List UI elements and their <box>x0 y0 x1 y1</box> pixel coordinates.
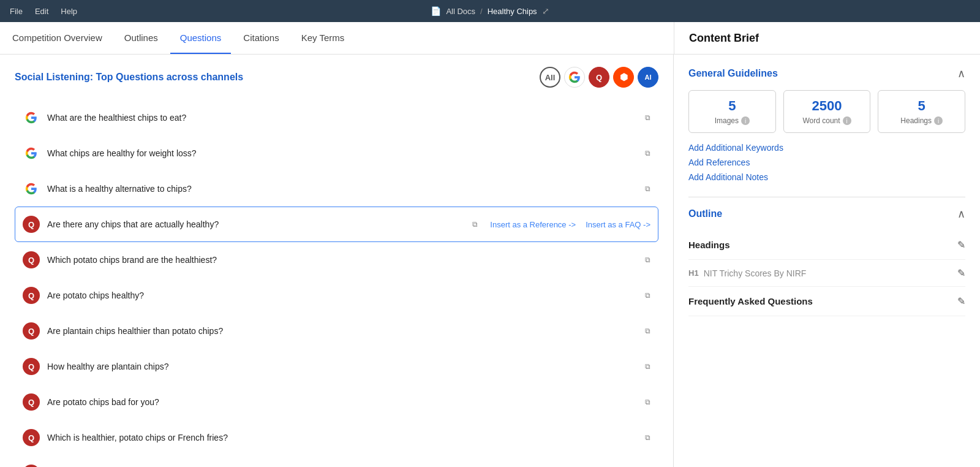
guidelines-links: Add Additional Keywords Add References A… <box>688 143 965 182</box>
filter-ai[interactable]: AI <box>638 67 658 88</box>
edit-h1-icon[interactable]: ✎ <box>957 267 965 279</box>
breadcrumb-separator: / <box>480 7 483 16</box>
tab-competition-overview[interactable]: Competition Overview <box>12 22 112 54</box>
guidelines-section: General Guidelines ∧ 5 Images i 2500 Wor… <box>688 67 965 182</box>
google-icon <box>23 145 40 162</box>
all-docs-link[interactable]: All Docs <box>446 7 475 16</box>
h1-tag: H1 <box>688 268 699 278</box>
quora-icon: Q <box>23 322 40 340</box>
question-item[interactable]: Q Are potato chips healthy? ⧉ <box>15 278 658 313</box>
question-item[interactable]: Q Which potato chips brand are the healt… <box>15 242 658 278</box>
section-header: Social Listening: Top Questions across c… <box>15 67 658 88</box>
collapse-guidelines-btn[interactable]: ∧ <box>957 67 965 80</box>
edit-headings-icon[interactable]: ✎ <box>957 239 965 251</box>
outline-headings-item: Headings ✎ <box>688 230 965 260</box>
question-item[interactable]: Q Are potato chips bad for you? ⧉ <box>15 384 658 420</box>
wordcount-info-icon[interactable]: i <box>843 116 851 125</box>
headings-value: 5 <box>918 98 925 114</box>
external-link-icon[interactable]: ⧉ <box>645 149 650 158</box>
edit-menu[interactable]: Edit <box>35 7 48 16</box>
add-additional-keywords-link[interactable]: Add Additional Keywords <box>688 143 965 153</box>
add-additional-notes-link[interactable]: Add Additional Notes <box>688 172 965 182</box>
tab-outlines[interactable]: Outlines <box>115 22 168 54</box>
question-item-selected[interactable]: Q Are there any chips that are actually … <box>15 207 658 242</box>
outline-section: Outline ∧ Headings ✎ H1 NIT Trichy Score… <box>688 197 965 316</box>
tab-key-terms[interactable]: Key Terms <box>292 22 355 54</box>
filter-reddit[interactable]: ⬢ <box>613 67 634 88</box>
filter-google[interactable] <box>564 67 585 88</box>
file-menu[interactable]: File <box>10 7 23 16</box>
insert-as-reference-link[interactable]: Insert as a Reference -> <box>490 220 576 229</box>
external-link-icon[interactable]: ⧉ <box>645 433 650 442</box>
images-metric: 5 Images i <box>688 90 776 133</box>
metrics-row: 5 Images i 2500 Word count i 5 <box>688 90 965 133</box>
guidelines-title: General Guidelines <box>688 68 778 79</box>
guidelines-header: General Guidelines ∧ <box>688 67 965 80</box>
question-item[interactable]: What chips are healthy for weight loss? … <box>15 135 658 171</box>
help-menu[interactable]: Help <box>61 7 77 16</box>
collapse-outline-btn[interactable]: ∧ <box>957 207 965 221</box>
quora-icon: Q <box>23 358 40 375</box>
images-label: Images i <box>715 116 750 125</box>
google-icon <box>23 180 40 197</box>
question-text: What are the healthiest chips to eat? <box>47 113 641 123</box>
images-value: 5 <box>728 98 736 114</box>
main-layout: Social Listening: Top Questions across c… <box>0 55 980 467</box>
content-brief-title: Content Brief <box>689 32 759 45</box>
question-text: Are potato chips healthy? <box>47 290 641 300</box>
outline-h1-item: H1 NIT Trichy Scores By NIRF ✎ <box>688 260 965 287</box>
quora-icon: Q <box>23 216 40 233</box>
external-link-icon[interactable]: ⧉ <box>645 327 650 335</box>
wordcount-metric: 2500 Word count i <box>783 90 871 133</box>
question-text: Are there any chips that are actually he… <box>47 219 469 229</box>
question-text: Which potato chips brand are the healthi… <box>47 255 641 265</box>
external-link-icon[interactable]: ⧉ <box>645 113 650 122</box>
question-item[interactable]: What are the healthiest chips to eat? ⧉ <box>15 100 658 135</box>
quora-icon: Q <box>23 251 40 268</box>
question-list: What are the healthiest chips to eat? ⧉ … <box>15 100 658 467</box>
quora-icon: Q <box>23 429 40 446</box>
external-link-icon[interactable]: ⧉ <box>472 220 478 229</box>
external-link-icon[interactable]: ⧉ <box>645 291 650 300</box>
question-text: Are plantain chips healthier than potato… <box>47 326 641 336</box>
external-link-icon[interactable]: ⧉ <box>645 256 650 264</box>
external-link-icon[interactable]: ⧉ <box>645 398 650 406</box>
wordcount-value: 2500 <box>812 98 842 114</box>
doc-icon: 📄 <box>431 6 441 16</box>
question-item[interactable]: What is a healthy alternative to chips? … <box>15 171 658 207</box>
menubar: File Edit Help 📄 All Docs / Healthy Chip… <box>0 0 980 22</box>
menubar-center: 📄 All Docs / Healthy Chips ⤢ <box>431 6 549 16</box>
doc-name: Healthy Chips <box>488 7 537 16</box>
wordcount-label: Word count i <box>802 116 851 125</box>
question-text: What is a healthy alternative to chips? <box>47 184 641 194</box>
outline-title: Outline <box>688 208 722 219</box>
add-references-link[interactable]: Add References <box>688 158 965 167</box>
question-text: How healthy are plantain chips? <box>47 362 641 371</box>
external-link-icon[interactable]: ⧉ <box>645 184 650 193</box>
tab-citations[interactable]: Citations <box>233 22 288 54</box>
nav-tabs: Competition Overview Outlines Questions … <box>0 22 674 54</box>
h1-text: NIT Trichy Scores By NIRF <box>704 268 952 278</box>
question-item[interactable]: Q What makes potato chips unhealthy? ⧉ <box>15 455 658 467</box>
headings-label: Headings i <box>900 116 943 125</box>
question-item[interactable]: Q Which is healthier, potato chips or Fr… <box>15 420 658 455</box>
images-info-icon[interactable]: i <box>741 116 750 125</box>
left-panel: Social Listening: Top Questions across c… <box>0 55 674 467</box>
headings-info-icon[interactable]: i <box>934 116 943 125</box>
question-text: What chips are healthy for weight loss? <box>47 148 641 158</box>
outline-header: Outline ∧ <box>688 197 965 221</box>
filter-all[interactable]: All <box>540 67 560 88</box>
filter-quora[interactable]: Q <box>589 67 609 88</box>
google-icon <box>23 109 40 126</box>
filter-buttons: All Q ⬢ AI <box>540 67 658 88</box>
external-link-icon[interactable]: ⧉ <box>645 362 650 371</box>
question-text: Are potato chips bad for you? <box>47 397 641 407</box>
insert-as-faq-link[interactable]: Insert as a FAQ -> <box>586 220 650 229</box>
outline-faq-label: Frequently Asked Questions <box>688 296 813 306</box>
share-icon[interactable]: ⤢ <box>542 6 549 16</box>
question-item[interactable]: Q Are plantain chips healthier than pota… <box>15 313 658 349</box>
edit-faq-icon[interactable]: ✎ <box>957 295 965 307</box>
headings-metric: 5 Headings i <box>878 90 965 133</box>
question-item[interactable]: Q How healthy are plantain chips? ⧉ <box>15 349 658 384</box>
tab-questions[interactable]: Questions <box>170 22 232 54</box>
